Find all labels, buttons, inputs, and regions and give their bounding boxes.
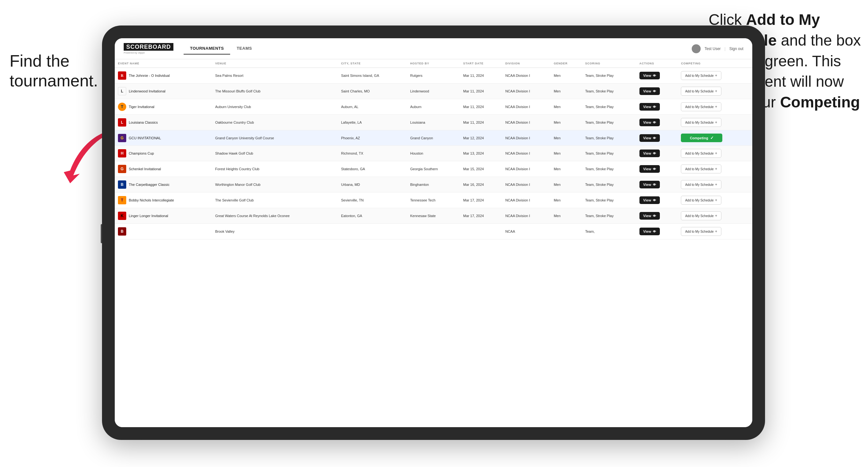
scoring-cell: Team, Stroke Play [582,115,636,130]
view-button[interactable]: View [640,165,660,173]
gender-cell: Men [551,68,582,84]
start-date-cell: Mar 13, 2024 [460,146,502,161]
start-date-cell: Mar 11, 2024 [460,99,502,115]
actions-cell-7: View [636,177,678,192]
actions-cell-1: View [636,84,678,99]
team-logo: G [118,165,126,173]
competing-cell-2: Add to My Schedule + [678,99,752,115]
col-competing: COMPETING [678,59,752,68]
event-name-cell-0: R The Johnnie - O Individual [115,68,212,84]
col-city-state: CITY, STATE [338,59,407,68]
add-schedule-button[interactable]: Add to My Schedule + [681,102,721,111]
venue-cell: Shadow Hawk Golf Club [212,146,338,161]
gender-cell: Men [551,177,582,192]
add-schedule-button[interactable]: Add to My Schedule + [681,118,721,127]
add-schedule-button[interactable]: Add to My Schedule + [681,180,721,189]
table-row: H Champions Cup Shadow Hawk Golf ClubRic… [115,146,752,161]
app-header: SCOREBOARD Powered by clippd TOURNAMENTS… [115,38,752,59]
event-name-cell-5: H Champions Cup [115,146,212,161]
event-name-text: The Johnnie - O Individual [129,74,169,77]
logo-subtitle: Powered by clippd [124,51,174,54]
col-hosted-by: HOSTED BY [407,59,460,68]
view-button[interactable]: View [640,212,660,220]
view-button[interactable]: View [640,150,660,157]
hosted-by-cell: Houston [407,146,460,161]
col-actions: ACTIONS [636,59,678,68]
user-name: Test User [705,46,721,51]
competing-cell-5: Add to My Schedule + [678,146,752,161]
team-logo: L [118,87,126,95]
start-date-cell: Mar 11, 2024 [460,115,502,130]
start-date-cell: Mar 12, 2024 [460,130,502,146]
table-row: L Lindenwood Invitational The Missouri B… [115,84,752,99]
start-date-cell: Mar 11, 2024 [460,68,502,84]
event-name-cell-10: B [115,224,212,240]
venue-cell: Oakbourne Country Club [212,115,338,130]
plus-icon: + [715,89,717,93]
gender-cell [551,224,582,240]
hosted-by-cell: Kennesaw State [407,208,460,224]
actions-cell-5: View [636,146,678,161]
team-logo: H [118,149,126,157]
competing-cell-9: Add to My Schedule + [678,208,752,224]
table-container: EVENT NAME VENUE CITY, STATE HOSTED BY S… [115,59,752,427]
venue-cell: The Missouri Bluffs Golf Club [212,84,338,99]
competing-cell-7: Add to My Schedule + [678,177,752,192]
view-button[interactable]: View [640,134,660,142]
competing-cell-3: Add to My Schedule + [678,115,752,130]
view-button[interactable]: View [640,196,660,204]
view-button[interactable]: View [640,87,660,95]
view-button[interactable]: View [640,103,660,111]
competing-cell-4: Competing ✓ [678,130,752,146]
col-start-date: START DATE [460,59,502,68]
sign-out-link[interactable]: Sign out [729,46,743,51]
city-state-cell: Phoenix, AZ [338,130,407,146]
add-schedule-button[interactable]: Add to My Schedule + [681,227,721,236]
venue-cell: Sea Palms Resort [212,68,338,84]
start-date-cell: Mar 17, 2024 [460,192,502,208]
add-schedule-button[interactable]: Add to My Schedule + [681,164,721,174]
event-name-text: Champions Cup [129,151,154,155]
user-avatar [692,44,701,53]
view-button[interactable]: View [640,72,660,80]
col-division: DIVISION [502,59,551,68]
add-schedule-button[interactable]: Add to My Schedule + [681,149,721,158]
tab-tournaments[interactable]: TOURNAMENTS [184,43,230,55]
add-schedule-button[interactable]: Add to My Schedule + [681,211,721,220]
table-header-row: EVENT NAME VENUE CITY, STATE HOSTED BY S… [115,59,752,68]
city-state-cell [338,224,407,240]
division-cell: NCAA Division I [502,84,551,99]
add-schedule-button[interactable]: Add to My Schedule + [681,87,721,96]
col-venue: VENUE [212,59,338,68]
actions-cell-2: View [636,99,678,115]
venue-cell: Auburn University Club [212,99,338,115]
city-state-cell: Richmond, TX [338,146,407,161]
division-cell: NCAA Division I [502,192,551,208]
tablet-frame: SCOREBOARD Powered by clippd TOURNAMENTS… [102,26,765,440]
scoring-cell: Team, Stroke Play [582,161,636,177]
venue-cell: Grand Canyon University Golf Course [212,130,338,146]
division-cell: NCAA Division I [502,68,551,84]
scoring-cell: Team, [582,224,636,240]
table-row: B Brook ValleyNCAATeam,View Add to My Sc… [115,224,752,240]
event-name-cell-1: L Lindenwood Invitational [115,84,212,99]
division-cell: NCAA Division I [502,208,551,224]
add-schedule-label: Add to My Schedule [685,152,714,155]
scoring-cell: Team, Stroke Play [582,208,636,224]
view-button[interactable]: View [640,119,660,126]
tab-teams[interactable]: TEAMS [230,43,258,55]
view-button[interactable]: View [640,227,660,235]
view-button[interactable]: View [640,181,660,188]
add-schedule-button[interactable]: Add to My Schedule + [681,196,721,205]
annotation-left: Find the tournament. [9,51,99,91]
add-schedule-label: Add to My Schedule [685,183,714,186]
competing-button[interactable]: Competing ✓ [681,133,722,142]
add-schedule-button[interactable]: Add to My Schedule + [681,71,721,80]
gender-cell: Men [551,146,582,161]
event-name-cell-2: T Tiger Invitational [115,99,212,115]
event-name-text: Bobby Nichols Intercollegiate [129,198,174,202]
scoring-cell: Team, Stroke Play [582,68,636,84]
plus-icon: + [715,120,717,125]
gender-cell: Men [551,130,582,146]
hosted-by-cell [407,224,460,240]
